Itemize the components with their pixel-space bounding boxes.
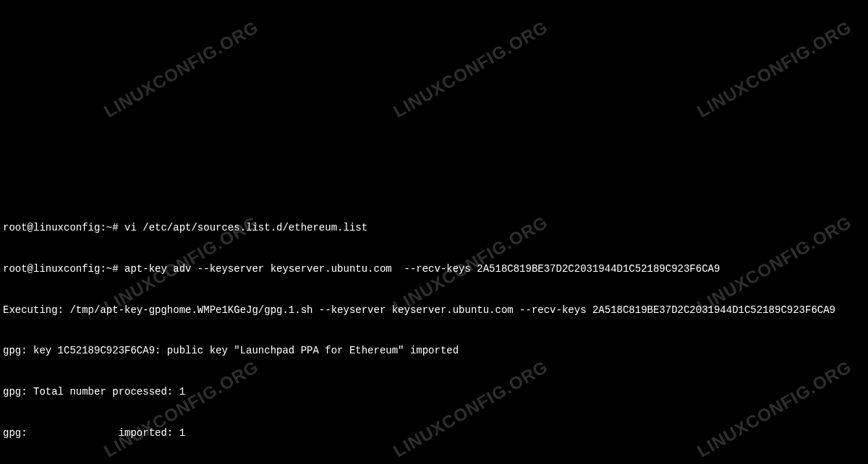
terminal-line: gpg: Total number processed: 1: [3, 385, 865, 399]
watermark-text: LINUXCONFIG.ORG: [100, 16, 263, 124]
terminal-output[interactable]: root@linuxconfig:~# vi /etc/apt/sources.…: [3, 194, 865, 464]
terminal-line: root@linuxconfig:~# apt-key adv --keyser…: [3, 262, 865, 276]
watermark-text: LINUXCONFIG.ORG: [389, 16, 552, 124]
terminal-line: root@linuxconfig:~# vi /etc/apt/sources.…: [3, 221, 865, 235]
terminal-line: gpg: key 1C52189C923F6CA9: public key "L…: [3, 344, 865, 358]
watermark-text: LINUXCONFIG.ORG: [693, 16, 856, 124]
terminal-line: gpg: imported: 1: [3, 426, 865, 440]
terminal-line: Executing: /tmp/apt-key-gpghome.WMPe1KGe…: [3, 304, 865, 317]
